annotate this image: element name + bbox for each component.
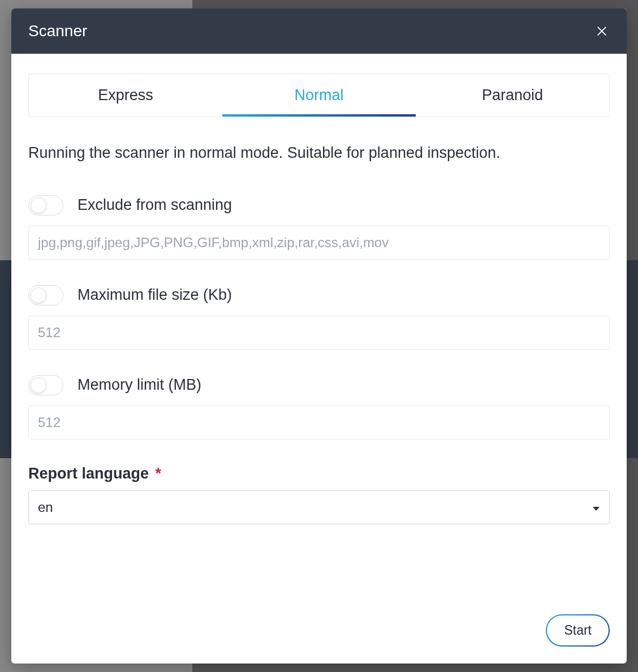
modal-footer: Start — [11, 614, 627, 664]
language-select-wrapper: en — [28, 490, 610, 524]
tab-normal[interactable]: Normal — [222, 74, 416, 117]
chevron-down-icon — [592, 499, 600, 515]
mode-description: Running the scanner in normal mode. Suit… — [28, 143, 610, 164]
exclude-input[interactable] — [28, 226, 610, 260]
exclude-field-group: Exclude from scanning — [28, 195, 610, 260]
close-icon — [596, 25, 608, 37]
maxsize-field-row: Maximum file size (Kb) — [28, 285, 610, 305]
exclude-field-row: Exclude from scanning — [28, 195, 610, 216]
tab-express[interactable]: Express — [29, 74, 222, 117]
toggle-knob — [31, 197, 46, 213]
required-indicator: * — [156, 465, 162, 482]
memlimit-field-row: Memory limit (MB) — [28, 375, 610, 395]
start-button[interactable]: Start — [547, 615, 609, 645]
modal-title: Scanner — [28, 22, 87, 40]
language-label-text: Report language — [28, 465, 149, 482]
maxsize-input[interactable] — [28, 316, 610, 350]
maxsize-label: Maximum file size (Kb) — [77, 286, 232, 304]
close-button[interactable] — [594, 23, 610, 39]
memlimit-label: Memory limit (MB) — [77, 376, 201, 394]
memlimit-input[interactable] — [28, 406, 610, 440]
exclude-label: Exclude from scanning — [77, 196, 232, 214]
maxsize-field-group: Maximum file size (Kb) — [28, 285, 610, 350]
tab-paranoid[interactable]: Paranoid — [416, 74, 609, 117]
tabs-container: Express Normal Paranoid — [28, 74, 610, 117]
maxsize-toggle[interactable] — [28, 285, 63, 305]
memlimit-toggle[interactable] — [28, 375, 63, 395]
language-select[interactable]: en — [28, 490, 610, 524]
exclude-toggle[interactable] — [28, 195, 63, 216]
toggle-knob — [31, 287, 46, 303]
start-button-wrap: Start — [546, 614, 610, 647]
scanner-modal: Scanner Express Normal Paranoid Running … — [11, 8, 627, 664]
language-value: en — [38, 499, 53, 515]
toggle-knob — [31, 377, 46, 393]
modal-header: Scanner — [11, 8, 627, 54]
memlimit-field-group: Memory limit (MB) — [28, 375, 610, 440]
modal-body: Express Normal Paranoid Running the scan… — [11, 54, 627, 614]
language-label: Report language * — [28, 465, 610, 483]
language-field-group: Report language * en — [28, 465, 610, 524]
